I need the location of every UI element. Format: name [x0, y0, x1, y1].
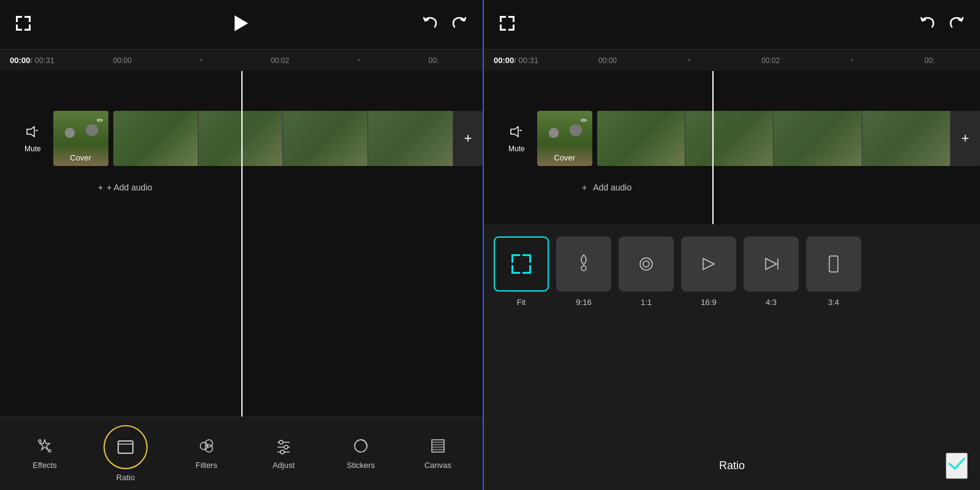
ratio-option-11[interactable]: 1:1	[619, 236, 674, 307]
ratio-box-169	[681, 236, 736, 292]
undo-button-left[interactable]	[421, 15, 439, 34]
video-frame-1-right	[597, 111, 685, 166]
add-audio-button-left[interactable]: + + Add audio	[98, 183, 153, 192]
add-audio-button-right[interactable]: + Add audio	[582, 183, 631, 192]
toolbar-item-ratio[interactable]: Ratio	[104, 425, 148, 482]
svg-point-12	[48, 450, 51, 452]
pencil-icon-right: ✏	[581, 116, 587, 125]
ratio-box-34	[806, 236, 861, 292]
timeline-marks-left: 00:00 • 00:02 • 00:	[55, 56, 473, 65]
video-strip-right: +	[597, 111, 980, 166]
ratio-confirm-button[interactable]	[946, 453, 968, 479]
right-topbar	[484, 0, 980, 49]
total-time-left: / 00:31	[30, 56, 55, 65]
mute-button-left[interactable]: Mute	[24, 124, 41, 153]
svg-marker-8	[235, 15, 248, 31]
ratio-option-fit[interactable]: Fit	[494, 236, 549, 307]
right-panel: 00:00 / 00:31 00:00 • 00:02 • 00: Mu	[484, 0, 980, 490]
svg-rect-33	[500, 16, 502, 22]
stickers-icon	[352, 437, 369, 457]
ratio-label-916: 9:16	[576, 298, 591, 307]
svg-point-51	[581, 266, 586, 271]
video-frame-4-left	[368, 111, 453, 166]
filters-icon	[198, 437, 215, 457]
ratio-option-34[interactable]: 3:4	[806, 236, 861, 307]
play-button-left[interactable]	[233, 14, 249, 35]
toolbar-item-effects[interactable]: Effects	[26, 437, 63, 470]
svg-rect-1	[16, 16, 18, 22]
canvas-icon	[429, 437, 447, 457]
ratio-footer-title: Ratio	[719, 459, 745, 472]
svg-marker-9	[27, 127, 34, 137]
ratio-box-916	[556, 236, 611, 292]
right-editor-area: Mute ✏ Cover + + Add	[484, 71, 980, 224]
mute-button-right[interactable]: Mute	[508, 124, 525, 153]
toolbar-item-stickers[interactable]: Stickers	[342, 437, 379, 470]
cover-label-left: Cover	[70, 153, 91, 162]
fullscreen-button-right[interactable]	[499, 15, 516, 34]
add-clip-button-right[interactable]: +	[951, 111, 980, 166]
mute-label-left: Mute	[24, 145, 41, 153]
plus-icon-right: +	[582, 183, 587, 192]
svg-rect-46	[529, 254, 531, 263]
svg-rect-27	[432, 440, 444, 452]
current-time-left: 00:00	[10, 56, 30, 65]
svg-rect-37	[500, 24, 502, 31]
svg-marker-54	[703, 258, 714, 270]
svg-point-53	[643, 261, 649, 267]
ratio-options-area: Fit 9:16	[484, 224, 980, 441]
fullscreen-button-left[interactable]	[15, 15, 32, 34]
video-strip-left: +	[113, 111, 483, 166]
svg-rect-7	[29, 24, 31, 31]
toolbar-item-adjust[interactable]: Adjust	[265, 437, 302, 470]
svg-marker-55	[766, 258, 777, 270]
svg-point-24	[281, 450, 284, 454]
toolbar-item-filters[interactable]: Filters	[188, 437, 225, 470]
svg-point-11	[39, 440, 41, 442]
redo-button-right[interactable]	[948, 15, 965, 34]
video-frame-3-left	[283, 111, 368, 166]
right-timeline-bar: 00:00 / 00:31 00:00 • 00:02 • 00:	[484, 49, 980, 71]
effects-label: Effects	[32, 461, 57, 470]
plus-icon-left: +	[98, 183, 103, 192]
ratio-options-scroll: Fit 9:16	[494, 236, 861, 307]
svg-rect-44	[511, 254, 513, 263]
mute-label-right: Mute	[508, 145, 525, 153]
add-audio-label-left: + Add audio	[107, 183, 152, 192]
ratio-box-43	[744, 236, 799, 292]
cover-thumb-left[interactable]: ✏ Cover	[53, 111, 108, 166]
svg-point-22	[284, 445, 288, 449]
undo-button-right[interactable]	[919, 15, 936, 34]
svg-rect-13	[118, 441, 133, 453]
toolbar-item-canvas[interactable]: Canvas	[420, 437, 456, 470]
ratio-label: Ratio	[116, 473, 135, 482]
svg-rect-3	[29, 16, 31, 22]
current-time-right: 00:00	[494, 56, 514, 65]
ratio-label-11: 1:1	[641, 298, 652, 307]
ratio-label-34: 3:4	[828, 298, 839, 307]
add-clip-button-left[interactable]: +	[453, 111, 483, 166]
ratio-label-169: 16:9	[701, 298, 716, 307]
left-bottom-toolbar: Effects Ratio Filters	[0, 417, 483, 490]
svg-rect-57	[829, 256, 838, 272]
ratio-label-43: 4:3	[766, 298, 777, 307]
redo-button-left[interactable]	[451, 15, 468, 34]
pencil-icon-left: ✏	[97, 116, 104, 125]
ratio-option-916[interactable]: 9:16	[556, 236, 611, 307]
add-audio-label-right: Add audio	[593, 183, 631, 192]
left-timeline-bar: 00:00 / 00:31 00:00 • 00:02 • 00:	[0, 49, 483, 71]
ratio-option-169[interactable]: 16:9	[681, 236, 736, 307]
adjust-label: Adjust	[273, 461, 295, 470]
svg-point-20	[279, 440, 283, 444]
ratio-label-fit: Fit	[517, 298, 526, 307]
filters-label: Filters	[195, 461, 217, 470]
canvas-label: Canvas	[424, 461, 451, 470]
svg-rect-48	[511, 265, 513, 274]
stickers-label: Stickers	[347, 461, 375, 470]
left-panel: 00:00 / 00:31 00:00 • 00:02 • 00: Mu	[0, 0, 484, 490]
cover-label-right: Cover	[554, 153, 575, 162]
cover-thumb-right[interactable]: ✏ Cover	[537, 111, 592, 166]
ratio-option-43[interactable]: 4:3	[744, 236, 799, 307]
total-time-right: / 00:31	[514, 56, 538, 65]
video-frame-3-right	[774, 111, 862, 166]
